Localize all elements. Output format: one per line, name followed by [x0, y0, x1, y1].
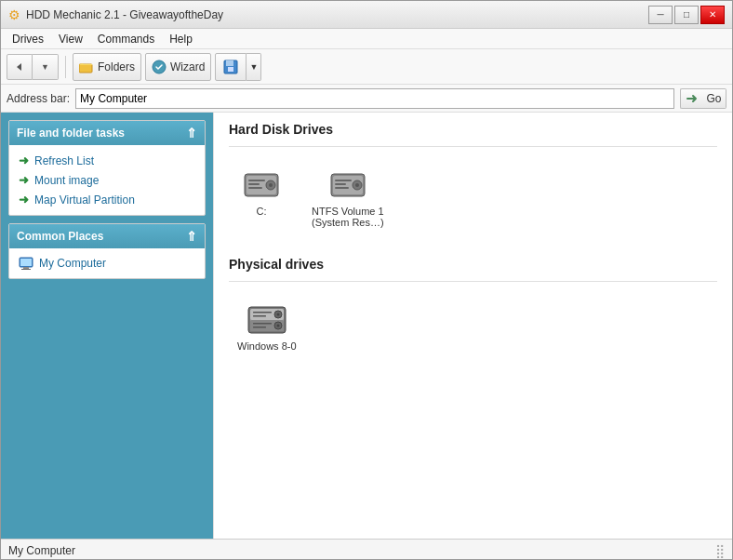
- menu-help[interactable]: Help: [162, 31, 200, 47]
- wizard-icon: [152, 60, 167, 74]
- my-computer-item[interactable]: My Computer: [9, 254, 205, 273]
- map-virtual-partition-item[interactable]: ➜ Map Virtual Partition: [9, 190, 205, 209]
- wizard-label: Wizard: [170, 60, 205, 73]
- folders-button[interactable]: Folders: [73, 53, 141, 81]
- save-dropdown-button[interactable]: ▼: [247, 53, 261, 81]
- menu-commands[interactable]: Commands: [90, 31, 162, 47]
- resize-grip-icon: ⣿: [715, 543, 725, 558]
- title-bar-left: ⚙ HDD Mechanic 2.1 - GiveawayoftheDay: [8, 7, 223, 22]
- physical-drives-title: Physical drives: [229, 257, 717, 272]
- svg-rect-15: [248, 187, 262, 189]
- common-places-panel: Common Places ⇑ My Computer: [8, 223, 206, 279]
- hard-disk-drives-grid: C: NTFS Volume 1(System Res…): [229, 154, 717, 242]
- svg-rect-14: [248, 183, 260, 185]
- svg-rect-20: [335, 180, 352, 181]
- minimize-button[interactable]: ─: [648, 6, 673, 24]
- common-places-title: Common Places: [17, 230, 103, 243]
- back-dropdown-button[interactable]: ▼: [33, 54, 59, 80]
- title-bar: ⚙ HDD Mechanic 2.1 - GiveawayoftheDay ─ …: [1, 1, 732, 29]
- mount-image-label: Mount image: [34, 174, 99, 187]
- file-folder-tasks-panel: File and folder tasks ⇑ ➜ Refresh List ➜…: [8, 120, 206, 216]
- map-virtual-partition-label: Map Virtual Partition: [34, 193, 135, 207]
- main-area: File and folder tasks ⇑ ➜ Refresh List ➜…: [1, 113, 732, 539]
- toolbar-separator-1: [65, 56, 66, 78]
- svg-point-30: [276, 325, 279, 327]
- hard-disk-drives-section: Hard Disk Drives C:: [229, 122, 717, 242]
- common-places-body: My Computer: [9, 248, 205, 278]
- svg-rect-13: [248, 180, 265, 181]
- svg-point-28: [276, 313, 279, 316]
- drive-win8-label: Windows 8-0: [237, 340, 297, 352]
- svg-rect-33: [253, 323, 272, 325]
- save-button-group: ▼: [215, 53, 261, 81]
- mount-image-arrow-icon: ➜: [19, 173, 29, 187]
- physical-drives-divider: [229, 281, 717, 282]
- menu-view[interactable]: View: [51, 31, 90, 47]
- window-controls: ─ □ ✕: [648, 6, 725, 24]
- save-button[interactable]: [215, 53, 247, 81]
- drive-c-icon: [241, 168, 282, 202]
- physical-drives-grid: Windows 8-0: [229, 289, 717, 366]
- navigate-arrow-icon: [686, 92, 699, 105]
- address-label: Address bar:: [7, 92, 70, 105]
- file-folder-tasks-title: File and folder tasks: [17, 127, 125, 140]
- svg-point-19: [355, 183, 359, 187]
- svg-rect-22: [335, 187, 349, 189]
- address-bar: Address bar: Go: [1, 85, 732, 113]
- refresh-list-label: Refresh List: [34, 154, 94, 167]
- collapse-file-tasks-icon[interactable]: ⇑: [186, 126, 197, 140]
- go-label[interactable]: Go: [702, 88, 726, 109]
- save-icon: [223, 60, 238, 74]
- svg-rect-0: [79, 64, 92, 73]
- svg-rect-6: [20, 259, 32, 266]
- map-virtual-partition-arrow-icon: ➜: [19, 193, 29, 207]
- computer-icon: [19, 257, 33, 270]
- my-computer-label: My Computer: [39, 257, 106, 270]
- svg-rect-4: [228, 67, 233, 72]
- svg-rect-7: [23, 267, 29, 269]
- svg-point-12: [269, 183, 273, 187]
- svg-rect-3: [226, 60, 233, 66]
- status-bar: My Computer ⣿: [1, 539, 732, 560]
- file-folder-tasks-header[interactable]: File and folder tasks ⇑: [9, 121, 205, 145]
- folders-icon: [79, 60, 94, 73]
- folders-label: Folders: [98, 60, 135, 73]
- address-navigate-button[interactable]: [680, 88, 702, 109]
- title-text: HDD Mechanic 2.1 - GiveawayoftheDay: [26, 8, 223, 21]
- close-button[interactable]: ✕: [700, 6, 725, 24]
- nav-back-group: ▼: [7, 54, 59, 80]
- svg-rect-31: [253, 312, 272, 313]
- left-panel: File and folder tasks ⇑ ➜ Refresh List ➜…: [1, 113, 213, 539]
- app-icon: ⚙: [8, 7, 20, 22]
- menu-bar: Drives View Commands Help: [1, 29, 732, 49]
- hard-disk-drives-title: Hard Disk Drives: [229, 122, 717, 137]
- drive-win8-item[interactable]: Windows 8-0: [229, 295, 305, 360]
- svg-rect-34: [253, 327, 266, 328]
- drive-c-item[interactable]: C:: [229, 160, 294, 236]
- svg-rect-21: [335, 183, 346, 185]
- go-button-group: Go: [680, 88, 726, 109]
- mount-image-item[interactable]: ➜ Mount image: [9, 170, 205, 190]
- drive-win8-icon: [247, 303, 287, 337]
- right-content: Hard Disk Drives C:: [213, 113, 732, 539]
- collapse-common-places-icon[interactable]: ⇑: [186, 229, 197, 244]
- wizard-button[interactable]: Wizard: [145, 53, 211, 81]
- common-places-header[interactable]: Common Places ⇑: [9, 224, 205, 248]
- menu-drives[interactable]: Drives: [5, 31, 51, 47]
- file-folder-tasks-body: ➜ Refresh List ➜ Mount image ➜ Map Virtu…: [9, 145, 205, 215]
- refresh-list-arrow-icon: ➜: [19, 153, 29, 167]
- svg-rect-32: [253, 315, 266, 317]
- back-button[interactable]: [7, 54, 33, 80]
- physical-drives-section: Physical drives: [229, 257, 717, 366]
- toolbar: ▼ Folders Wizard ▼: [1, 49, 732, 85]
- maximize-button[interactable]: □: [674, 6, 699, 24]
- drive-ntfs-item[interactable]: NTFS Volume 1(System Res…): [303, 160, 393, 236]
- drive-c-label: C:: [257, 206, 267, 217]
- address-input[interactable]: [75, 88, 674, 109]
- refresh-list-item[interactable]: ➜ Refresh List: [9, 151, 205, 170]
- drive-ntfs-icon: [327, 168, 368, 202]
- drive-ntfs-label: NTFS Volume 1(System Res…): [312, 206, 384, 228]
- hard-disk-divider: [229, 146, 717, 147]
- svg-rect-8: [21, 269, 31, 270]
- status-text: My Computer: [8, 544, 75, 557]
